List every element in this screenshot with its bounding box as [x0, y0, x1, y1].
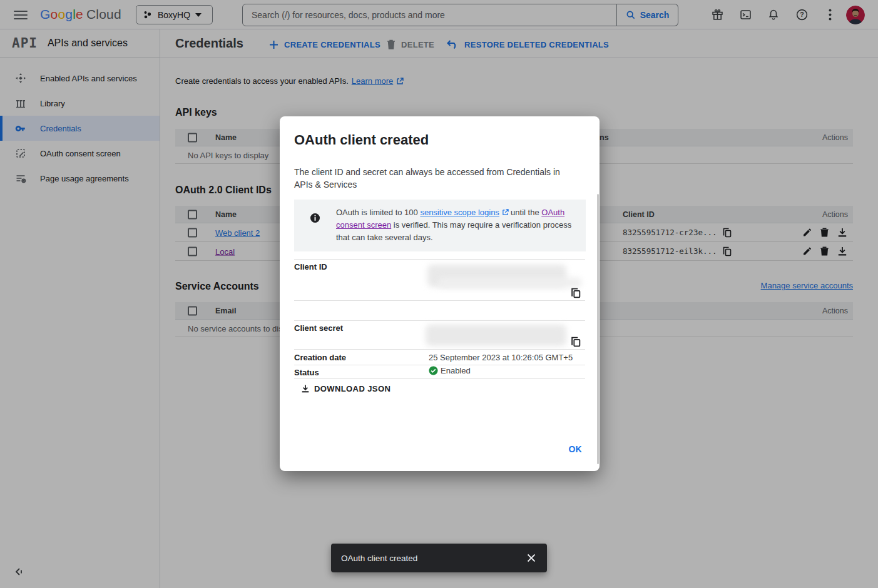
status-value: Enabled [429, 366, 471, 375]
status-label: Status [294, 368, 319, 377]
info-banner: OAuth is limited to 100 sensitive scope … [294, 200, 586, 251]
dialog-subtitle: The client ID and secret can always be a… [294, 166, 573, 191]
close-icon[interactable] [526, 552, 537, 564]
oauth-client-created-dialog: OAuth client created The client ID and s… [280, 116, 600, 471]
creation-date-label: Creation date [294, 353, 346, 362]
client-secret-label: Client secret [294, 323, 343, 333]
info-icon [310, 213, 320, 223]
download-icon [301, 384, 310, 393]
info-text: OAuth is limited to 100 sensitive scope … [336, 206, 577, 244]
sensitive-scope-logins-link[interactable]: sensitive scope logins [420, 208, 499, 217]
copy-client-id-icon[interactable] [571, 288, 581, 298]
client-secret-redacted-value [426, 325, 566, 346]
client-id-redacted-value [438, 278, 582, 288]
download-json-button[interactable]: DOWNLOAD JSON [301, 384, 391, 393]
status-text: Enabled [441, 366, 471, 375]
ok-button[interactable]: OK [562, 440, 588, 458]
copy-client-secret-icon[interactable] [571, 337, 581, 347]
dialog-scrollbar[interactable] [597, 194, 599, 464]
toast-notification: OAuth client created [331, 544, 547, 572]
creation-date-value: 25 September 2023 at 10:26:05 GMT+5 [429, 353, 573, 362]
toast-message: OAuth client created [341, 554, 526, 563]
client-id-label: Client ID [294, 262, 327, 271]
check-circle-icon [429, 366, 438, 375]
google-cloud-console: GoogleCloud BoxyHQ Search [0, 0, 878, 588]
dialog-title: OAuth client created [294, 132, 429, 148]
external-link-icon [502, 209, 509, 216]
